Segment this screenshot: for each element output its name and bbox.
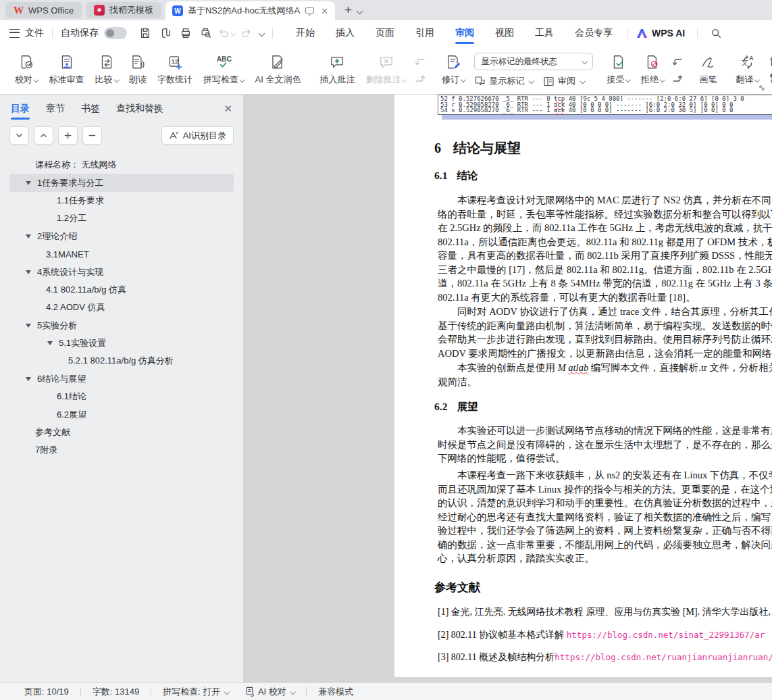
spell-check-button[interactable]: ABC 拼写检查 <box>198 51 250 89</box>
page-indicator[interactable]: 页面: 10/19 <box>24 686 69 698</box>
menu-insert[interactable]: 插入 <box>336 21 355 45</box>
toc-item[interactable]: 5.2.1 802.11a/b/g 仿真分析 <box>9 352 234 370</box>
tab-docer-templates[interactable]: ❖ 找稻壳模板 <box>86 2 161 18</box>
collapse-arrow-icon[interactable] <box>26 270 31 274</box>
toc-item[interactable]: 7附录 <box>9 441 234 459</box>
toc-item[interactable]: 6.2展望 <box>9 405 234 423</box>
toc-item[interactable]: 2理论介绍 <box>9 228 234 245</box>
reference-1: [1] 金光, 江先亮. 无线网络技术教程 原理、应用与仿真实验 [M]. 清华… <box>438 606 772 618</box>
toc-item[interactable]: 6.1结论 <box>9 388 234 405</box>
search-icon[interactable] <box>706 24 726 42</box>
print-button[interactable] <box>176 24 196 42</box>
word-count-icon: 12 <box>167 54 183 70</box>
ai-recognize-toc-button[interactable]: AI识别目录 <box>161 126 234 145</box>
trace-file-table: 52 f 0.527626670 _5_ RTR --- 0 tcp 40 [9… <box>438 95 772 115</box>
show-markup-button[interactable]: 显示标记 <box>474 75 534 87</box>
zoom-in-toc-button[interactable] <box>58 126 78 145</box>
toc-item[interactable]: 4.1 802.11a/b/g 仿真 <box>9 281 234 299</box>
previous-comment-icon[interactable] <box>415 58 426 68</box>
main-menu-icon[interactable] <box>9 29 20 38</box>
translate-button[interactable]: 文A 翻译 <box>730 51 765 89</box>
autosave-toggle[interactable] <box>104 27 127 39</box>
tab-document-active[interactable]: W 基于NS2的Ad-hoc无线网络A ✕ <box>165 1 335 20</box>
menu-review-active[interactable]: 审阅 <box>455 21 474 45</box>
previous-revision-icon[interactable] <box>672 58 683 68</box>
next-comment-icon[interactable] <box>415 73 426 82</box>
insert-comment-button[interactable]: 插入批注 <box>314 51 360 89</box>
proofread-icon <box>18 54 34 70</box>
toc-item[interactable]: 1.1任务要求 <box>9 192 234 209</box>
toc-item[interactable]: 4系统设计与实现 <box>9 263 234 280</box>
menu-membership[interactable]: 会员专享 <box>575 21 613 45</box>
track-changes-button[interactable]: 修订 <box>436 51 471 89</box>
reject-revision-button[interactable]: 拒绝 <box>636 51 670 89</box>
ai-proofread-status[interactable]: AI 校对 <box>245 686 294 698</box>
zoom-out-toc-button[interactable] <box>82 126 102 145</box>
wps-ai-button[interactable]: WPS AI <box>636 28 685 39</box>
quickbar-more-chevron-icon[interactable] <box>259 30 265 36</box>
collapse-arrow-icon[interactable] <box>26 234 31 239</box>
toc-item[interactable]: 5.1实验设置 <box>9 334 234 352</box>
collapse-arrow-icon[interactable] <box>26 181 31 185</box>
ribbon-toolbar: 校对 标准审查 比较 朗读 12 字数统计 ABC 拼写检查 AI 全文润色 插… <box>0 46 772 95</box>
file-menu[interactable]: 文件 <box>25 27 44 39</box>
tab-list-chevron-icon[interactable] <box>357 8 363 15</box>
close-sidebar-icon[interactable]: ✕ <box>224 103 232 115</box>
document-page[interactable]: 52 f 0.527626670 _5_ RTR --- 0 tcp 40 [9… <box>394 95 772 677</box>
document-canvas[interactable]: 52 f 0.527626670 _5_ RTR --- 0 tcp 40 [9… <box>244 95 772 682</box>
tab-find-replace[interactable]: 查找和替换 <box>116 96 163 122</box>
reference-3: [3] 802.11 概述及帧结构分析https://blog.csdn.net… <box>438 651 772 664</box>
reference-link[interactable]: https://blog.csdn.net/ruanjianruanjianru… <box>555 652 772 662</box>
expand-all-button[interactable] <box>9 126 29 145</box>
ai-polish-button[interactable]: AI 全文润色 <box>250 51 307 89</box>
redo-button[interactable] <box>236 24 257 42</box>
toc-item-selected[interactable]: 1任务要求与分工 <box>9 174 234 191</box>
word-count-indicator[interactable]: 字数: 13149 <box>93 686 139 698</box>
menu-tools[interactable]: 工具 <box>535 21 554 45</box>
collapse-arrow-icon[interactable] <box>26 324 31 328</box>
tab-bookmarks[interactable]: 书签 <box>81 96 100 122</box>
tab-wps-office[interactable]: W WPS Office <box>5 2 82 18</box>
menu-reference[interactable]: 引用 <box>415 21 434 45</box>
word-count-button[interactable]: 12 字数统计 <box>152 51 198 89</box>
accept-revision-button[interactable]: 接受 <box>601 51 636 89</box>
compare-button[interactable]: 比较 <box>90 51 124 89</box>
toc-item[interactable]: 课程名称： 无线网络 <box>9 156 234 174</box>
toc-item[interactable]: 参考文献 <box>9 424 234 441</box>
spellcheck-status[interactable]: 拼写检查: 打开 <box>163 686 229 698</box>
new-tab-button[interactable]: + <box>344 3 352 18</box>
divider <box>697 28 698 39</box>
read-aloud-button[interactable]: 朗读 <box>124 51 152 89</box>
menu-page[interactable]: 页面 <box>376 21 394 45</box>
toc-item[interactable]: 3.1MANET <box>9 245 234 263</box>
export-button[interactable] <box>155 24 176 42</box>
standard-review-button[interactable]: 标准审查 <box>44 51 90 89</box>
save-button[interactable] <box>135 24 155 42</box>
toc-item[interactable]: 6结论与展望 <box>9 370 234 388</box>
reference-link[interactable]: https://blog.csdn.net/sinat_22991367/ar <box>567 630 765 640</box>
presentation-mode-icon[interactable] <box>305 7 315 16</box>
translate-icon: 文A <box>740 54 756 70</box>
collapse-arrow-icon[interactable] <box>26 377 31 381</box>
tab-contents[interactable]: 目录 <box>11 96 30 122</box>
tab-chapters[interactable]: 章节 <box>46 96 65 122</box>
toc-item[interactable]: 4.2 AODV 仿真 <box>9 299 234 316</box>
proofread-button[interactable]: 校对 <box>9 51 44 89</box>
toc-item[interactable]: 1.2分工 <box>9 209 234 227</box>
toc-item[interactable]: 5实验分析 <box>9 317 234 334</box>
ink-brush-button[interactable]: 画笔 <box>694 51 722 89</box>
menu-home[interactable]: 开始 <box>296 21 315 45</box>
next-revision-icon[interactable] <box>672 73 683 82</box>
review-pane-button[interactable]: 审阅 <box>543 75 585 87</box>
undo-button[interactable] <box>216 24 236 42</box>
markup-state-dropdown[interactable]: 显示标记的最终状态 <box>474 53 593 70</box>
collapse-arrow-icon[interactable] <box>47 341 53 345</box>
delete-comment-button[interactable]: 删除批注 <box>360 51 412 89</box>
close-tab-icon[interactable]: ✕ <box>321 6 328 16</box>
track-changes-icon <box>445 54 461 70</box>
collapse-all-button[interactable] <box>34 126 53 145</box>
print-preview-button[interactable] <box>196 24 216 42</box>
menu-view[interactable]: 视图 <box>495 21 514 45</box>
expand-ribbon-icon[interactable] <box>758 84 765 91</box>
paragraph-outlook-1: 本实验还可以进一步测试网络节点移动的情况下网络的性能，这是非常有趣的，值得尝 时… <box>438 424 772 466</box>
